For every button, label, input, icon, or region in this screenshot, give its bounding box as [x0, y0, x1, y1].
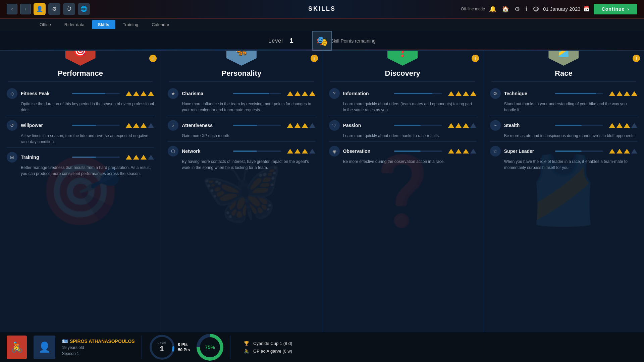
skill-icon-personality-1: ♪	[168, 120, 178, 131]
skill-desc-race-2: When you have the role of leader in a ra…	[490, 159, 637, 171]
pts-total-value: 50 Pts	[178, 348, 190, 352]
skill-track-fill-race-0	[555, 93, 596, 94]
nav-globe-icon[interactable]: 🌐	[78, 3, 90, 15]
skill-track-fill-personality-1	[233, 125, 257, 126]
skill-triangle-personality-0-2	[302, 91, 308, 96]
skill-header-discovery-0: ?Information	[329, 88, 476, 99]
nav-wheel-icon[interactable]: ⚙	[48, 3, 60, 15]
skill-triangle-discovery-0-2	[463, 91, 469, 96]
level-circle-label: Level	[157, 341, 166, 345]
level-bar: Level 1 🎭 0 Skill Points remaining	[0, 31, 644, 51]
skill-triangle-personality-1-0	[287, 123, 293, 128]
subnav-calendar[interactable]: Calendar	[146, 20, 175, 29]
player-name-text: SPIROS ATHANASOPOULOS	[70, 339, 135, 344]
skill-item-race-1[interactable]: ~StealthBe more astute and inconspicuous…	[490, 116, 637, 142]
skill-list-personality: ★CharismaHave more influence in the team…	[161, 84, 322, 173]
info-button-performance[interactable]: i	[149, 55, 157, 62]
top-bar-left: ‹ › 👤 ⚙ ⏱ 🌐	[7, 3, 90, 15]
skill-track-performance-0	[72, 93, 120, 94]
skill-item-personality-1[interactable]: ♪AttentivenessGain more XP each month.	[168, 116, 315, 142]
race-event-text-0: Cyanide Cup 1 (8 d)	[253, 341, 292, 346]
power-icon[interactable]: ⏻	[533, 5, 539, 12]
nav-person-icon[interactable]: 👤	[34, 3, 46, 15]
info-icon[interactable]: ℹ	[525, 5, 528, 13]
category-hex-race: 🎽	[548, 51, 579, 66]
skill-icon-discovery-2: ◉	[329, 146, 340, 157]
skill-bars-discovery-2	[448, 149, 476, 154]
pts-total: 50 Pts	[178, 348, 190, 352]
skill-item-discovery-1[interactable]: ♡PassionLearn more quickly about riders …	[329, 116, 476, 142]
skill-bars-race-2	[609, 149, 637, 154]
subnav-rider-data[interactable]: Rider data	[58, 20, 91, 29]
subnav-office[interactable]: Office	[34, 20, 57, 29]
skill-item-race-0[interactable]: ⚙TechniqueStand out thanks to your under…	[490, 84, 637, 116]
skill-item-discovery-0[interactable]: ?InformationLearn more quickly about rid…	[329, 84, 476, 116]
info-button-personality[interactable]: i	[311, 55, 318, 62]
skill-track-discovery-1	[394, 125, 442, 126]
home-icon[interactable]: 🏠	[502, 5, 509, 13]
skill-item-performance-0[interactable]: ◇Fitness PeakOptimise the duration of th…	[7, 84, 154, 116]
skill-track-fill-race-2	[555, 150, 581, 152]
skill-desc-performance-2: Better manage tiredness that results fro…	[7, 165, 154, 177]
race-event-icon-0: 🏆	[244, 341, 249, 346]
info-button-race[interactable]: i	[633, 55, 640, 62]
calendar-icon[interactable]: 📅	[583, 6, 590, 12]
info-button-discovery[interactable]: i	[472, 55, 479, 62]
skill-triangle-personality-0-0	[287, 91, 293, 96]
skill-triangle-discovery-1-3	[470, 123, 476, 128]
skill-triangle-discovery-1-2	[463, 123, 469, 128]
skill-track-fill-personality-2	[233, 150, 257, 152]
date-text: 01 January 2023	[543, 6, 581, 12]
continue-button[interactable]: Continue ›	[594, 4, 637, 14]
skill-triangle-personality-2-1	[294, 149, 301, 154]
skill-triangle-performance-2-1	[133, 155, 139, 160]
skill-desc-performance-1: A few times in a season, turn the tide a…	[7, 133, 154, 145]
settings-icon[interactable]: ⚙	[515, 5, 520, 13]
skill-item-discovery-2[interactable]: ◉ObservationBe more effective during the…	[329, 142, 476, 167]
nav-back-button[interactable]: ‹	[7, 4, 17, 14]
subnav-training[interactable]: Training	[117, 20, 144, 29]
skill-header-performance-2: ⊞Training	[7, 152, 154, 163]
subnav-skills[interactable]: Skills	[92, 20, 115, 29]
skill-item-race-2[interactable]: ☆Super LeaderWhen you have the role of l…	[490, 142, 637, 173]
skill-track-race-0	[555, 93, 603, 94]
race-event-0[interactable]: 🏆 Cyanide Cup 1 (8 d)	[244, 341, 637, 346]
skill-triangle-performance-2-0	[126, 155, 132, 160]
skill-header-performance-1: ↺Willpower	[7, 120, 154, 131]
skill-track-personality-1	[233, 125, 281, 126]
player-name: 🇬🇷 SPIROS ATHANASOPOULOS	[62, 339, 135, 344]
skill-bars-performance-2	[126, 155, 154, 160]
skill-triangle-race-0-0	[609, 91, 615, 96]
skill-icon-discovery-1: ♡	[329, 120, 340, 131]
skill-bars-performance-1	[126, 123, 154, 128]
race-event-1[interactable]: 🚴 GP ao Algarve (6 w)	[244, 349, 637, 354]
skill-points-label: Skill Points remaining	[331, 38, 376, 44]
skill-track-fill-discovery-0	[394, 93, 432, 94]
category-title-race: Race	[555, 69, 573, 78]
nav-forward-button[interactable]: ›	[20, 4, 31, 14]
skill-item-personality-0[interactable]: ★CharismaHave more influence in the team…	[168, 84, 315, 116]
skill-triangle-discovery-0-1	[455, 91, 462, 96]
skill-triangle-performance-1-3	[148, 123, 154, 128]
nav-clock-icon[interactable]: ⏱	[63, 3, 75, 15]
skill-triangle-personality-2-3	[309, 149, 315, 154]
skill-item-performance-2[interactable]: ⊞TrainingBetter manage tiredness that re…	[7, 148, 154, 179]
skill-triangle-race-1-0	[609, 123, 615, 128]
skill-triangle-personality-0-3	[309, 91, 315, 96]
player-flag-icon: 🇬🇷	[62, 339, 68, 344]
level-circle: Level 1	[149, 334, 175, 361]
category-divider-performance	[8, 81, 153, 81]
player-season: Season 1	[62, 351, 135, 356]
skill-track-fill-personality-0	[233, 93, 269, 94]
category-divider-discovery	[330, 81, 475, 81]
skill-item-performance-1[interactable]: ↺WillpowerA few times in a season, turn …	[7, 116, 154, 148]
skill-header-personality-1: ♪Attentiveness	[168, 120, 315, 131]
player-age: 19 years old	[62, 345, 135, 350]
skill-item-personality-2[interactable]: ⬡NetworkBy having more contacts of inter…	[168, 142, 315, 173]
skill-name-discovery-2: Observation	[343, 148, 391, 154]
skill-triangle-personality-1-3	[309, 123, 315, 128]
bell-icon[interactable]: 🔔	[489, 5, 496, 13]
skill-desc-performance-0: Optimise the duration of this key period…	[7, 101, 154, 113]
player-age-text: 19 years old	[62, 345, 84, 350]
skill-track-performance-1	[72, 125, 120, 126]
